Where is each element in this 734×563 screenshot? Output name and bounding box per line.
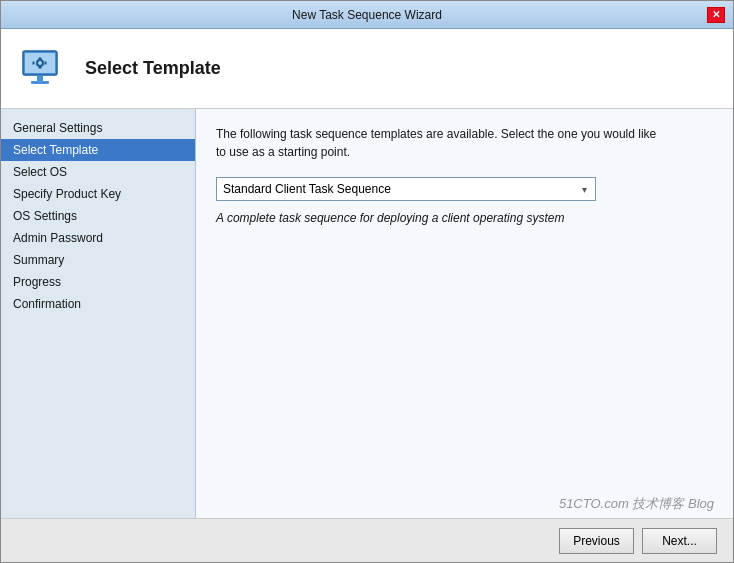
wizard-footer: Previous Next... xyxy=(1,518,733,562)
sidebar-item-specify-product-key[interactable]: Specify Product Key xyxy=(1,183,195,205)
svg-rect-9 xyxy=(45,61,47,64)
window-title: New Task Sequence Wizard xyxy=(27,8,707,22)
page-title: Select Template xyxy=(85,58,221,79)
close-button[interactable]: ✕ xyxy=(707,7,725,23)
sidebar-item-general-settings[interactable]: General Settings xyxy=(1,117,195,139)
watermark: 51CTO.com 技术博客 Blog xyxy=(559,495,714,513)
template-description: A complete task sequence for deploying a… xyxy=(216,211,713,225)
previous-button[interactable]: Previous xyxy=(559,528,634,554)
title-bar: New Task Sequence Wizard ✕ xyxy=(1,1,733,29)
sidebar-item-confirmation[interactable]: Confirmation xyxy=(1,293,195,315)
wizard-icon xyxy=(17,43,69,95)
svg-point-5 xyxy=(38,61,42,65)
svg-rect-8 xyxy=(33,61,35,64)
wizard-body: General Settings Select Template Select … xyxy=(1,109,733,518)
svg-rect-7 xyxy=(39,66,42,68)
wizard-content: Select Template General Settings Select … xyxy=(1,29,733,562)
sidebar-item-select-template[interactable]: Select Template xyxy=(1,139,195,161)
wizard-sidebar: General Settings Select Template Select … xyxy=(1,109,196,518)
main-description: The following task sequence templates ar… xyxy=(216,125,666,161)
sidebar-item-admin-password[interactable]: Admin Password xyxy=(1,227,195,249)
svg-rect-2 xyxy=(37,75,43,81)
next-button[interactable]: Next... xyxy=(642,528,717,554)
svg-rect-6 xyxy=(39,57,42,59)
template-dropdown-wrapper: Standard Client Task Sequence Standard S… xyxy=(216,177,596,201)
wizard-header: Select Template xyxy=(1,29,733,109)
wizard-window: New Task Sequence Wizard ✕ xyxy=(0,0,734,563)
sidebar-item-summary[interactable]: Summary xyxy=(1,249,195,271)
wizard-main: The following task sequence templates ar… xyxy=(196,109,733,518)
sidebar-item-os-settings[interactable]: OS Settings xyxy=(1,205,195,227)
svg-rect-3 xyxy=(31,81,49,84)
sidebar-item-select-os[interactable]: Select OS xyxy=(1,161,195,183)
sidebar-item-progress[interactable]: Progress xyxy=(1,271,195,293)
template-dropdown[interactable]: Standard Client Task Sequence Standard S… xyxy=(216,177,596,201)
